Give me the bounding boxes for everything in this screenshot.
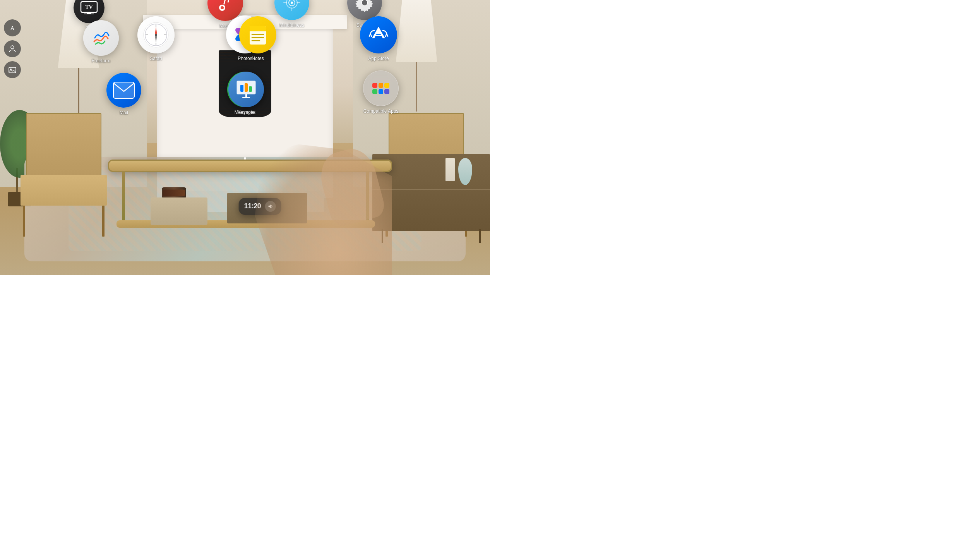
svg-rect-51 [249,86,252,92]
page-dot-1 [244,157,246,160]
hand-overlay [255,143,392,275]
safari-app[interactable]: Safari [137,16,175,61]
svg-text:A: A [10,25,15,31]
person-icon [8,45,17,53]
svg-rect-2 [9,67,16,73]
photo-icon [8,65,17,74]
app-library-icon: A [8,24,17,32]
keynote-icon [235,78,258,101]
compatible-apps[interactable]: Compatible Apps [363,70,399,114]
mindfulness-label: Mindfulness [279,22,304,28]
svg-point-1 [11,46,14,49]
freeform-app[interactable]: Freeform [83,20,119,64]
freeform-label: Freeform [92,58,111,64]
freeform-icon [90,27,112,49]
svg-rect-49 [240,85,243,92]
svg-rect-6 [84,14,94,14]
safari-icon [142,21,170,48]
person-button[interactable] [4,40,21,57]
svg-point-9 [221,6,224,9]
svg-rect-11 [228,0,231,3]
compatible-apps-label: Compatible Apps [363,108,399,114]
svg-rect-44 [376,34,381,35]
notes-label: Notes [252,56,264,61]
notes-icon [246,23,270,47]
svg-rect-10 [223,0,227,5]
page-indicator [244,157,246,160]
appstore-icon [367,23,391,47]
sidebar-panel: A [4,19,21,78]
appstore-app[interactable]: App Store [360,16,397,61]
mail-icon [113,81,135,99]
svg-text:TV: TV [85,4,93,10]
keynote-app[interactable]: Keynote [228,72,264,115]
mail-app[interactable]: Mail [106,73,141,115]
app-library-button[interactable]: A [4,19,21,36]
photo-button[interactable] [4,61,21,78]
mail-label: Mail [120,110,128,115]
mindfulness-icon [282,0,302,13]
svg-rect-40 [250,30,266,31]
tv-icon: TV [80,1,98,15]
svg-point-21 [362,0,367,5]
mindfulness-app[interactable]: Mindfulness [274,0,309,28]
svg-rect-53 [242,97,250,98]
svg-point-30 [155,34,157,36]
music-icon [215,0,235,13]
compatible-apps-grid [369,80,392,97]
svg-rect-50 [245,83,248,92]
chair-left [10,113,118,237]
safari-label: Safari [150,56,162,61]
keynote-label: Keynote [238,110,255,115]
settings-icon [355,0,375,13]
svg-point-15 [291,2,293,4]
notes-app[interactable]: Notes [239,16,276,61]
appstore-label: App Store [368,56,389,61]
